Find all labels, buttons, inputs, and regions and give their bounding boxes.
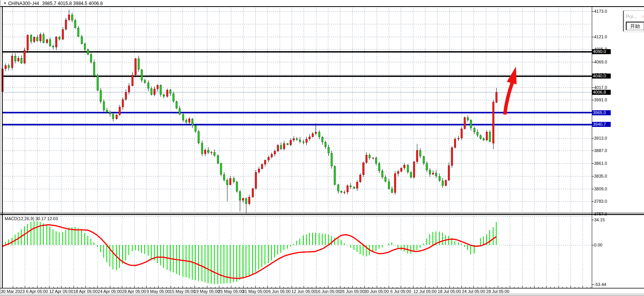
time-axis-label: 30 Mar 2023 [1,289,25,294]
time-axis-label: 18 Apr 05:00 [73,289,97,294]
time-axis-label: 28 Jul 05:00 [486,289,509,294]
time-axis-label: 19 May 05:00 [194,289,220,294]
price-axis-label: 4173.0 [594,9,607,14]
popup-title: Poi... [626,14,637,19]
time-axis-label: 26 Jun 05:00 [340,289,365,294]
chart-canvas[interactable] [0,0,644,296]
price-axis-label: 4069.0 [594,60,607,64]
price-axis-label: 3861.0 [594,161,607,166]
time-axis-label: 16 Jun 05:00 [316,289,340,294]
time-axis-label: 6 Apr 05:00 [26,289,48,294]
macd-axis-label: 34.15 [594,217,605,222]
price-level-label[interactable]: 4040.0 [592,74,611,79]
time-axis-label: 24 Jul 05:00 [462,289,485,294]
price-axis-label: 3835.0 [594,174,607,178]
time-axis-label: 12 Jun 05:00 [292,289,316,294]
macd-values: 30.17 12.03 [35,216,58,221]
ohlc-values: 3985.7 4015.8 3984.5 4006.8 [42,1,103,6]
price-axis-label: 3757.0 [594,212,607,216]
price-axis-label: 3887.0 [594,148,607,153]
price-level-label[interactable]: 4006.8 [592,90,611,95]
price-axis-label: 3991.0 [594,98,607,102]
time-axis-label: 9 May 05:00 [147,289,170,294]
price-axis-label: 4121.0 [594,34,607,39]
time-axis-label: 6 Jul 05:00 [390,289,411,294]
price-axis-label: 3783.0 [594,199,607,204]
chevron-down-icon[interactable]: ▼ [3,2,7,5]
macd-axis-label: -53.44 [594,282,606,287]
start-button[interactable]: 开始 [626,22,644,30]
time-axis-label: 25 May 05:00 [218,289,244,294]
time-axis-label: 30 Jun 05:00 [364,289,389,294]
time-axis-label: 12 Apr 05:00 [49,289,73,294]
macd-name: MACD(12,26,9) [5,216,34,221]
time-axis-label: 15 May 05:00 [170,289,196,294]
time-axis-label: 24 Apr 05:00 [98,289,122,294]
time-axis-label: 12 Jul 05:00 [413,289,437,294]
time-axis-label: 31 May 05:00 [243,289,268,294]
time-axis-label: 6 Jun 05:00 [268,289,291,294]
price-axis-label: 4017.0 [594,85,607,90]
chart-title: ▼CHINA300-,H43985.7 4015.8 3984.5 4006.8 [3,1,103,6]
time-axis-label: 28 Apr 05:00 [122,289,146,294]
price-axis-label: 3809.0 [594,186,607,191]
macd-axis-label: 0.00 [594,243,602,247]
price-axis-label: 3913.0 [594,136,607,140]
price-level-label[interactable]: 4090.0 [592,49,611,54]
trading-terminal-window: ▼CHINA300-,H43985.7 4015.8 3984.5 4006.8… [0,0,644,296]
price-level-label[interactable]: 3940.7 [592,122,611,127]
points-popup-window[interactable]: Poi... x 开始 [623,10,644,31]
price-level-label[interactable]: 3965.0 [592,110,611,115]
time-axis-label: 18 Jul 05:00 [438,289,461,294]
symbol-label: CHINA300-,H4 [8,1,39,6]
close-icon[interactable]: x [642,14,644,18]
macd-indicator-label: MACD(12,26,9) 30.17 12.03 [5,216,58,221]
